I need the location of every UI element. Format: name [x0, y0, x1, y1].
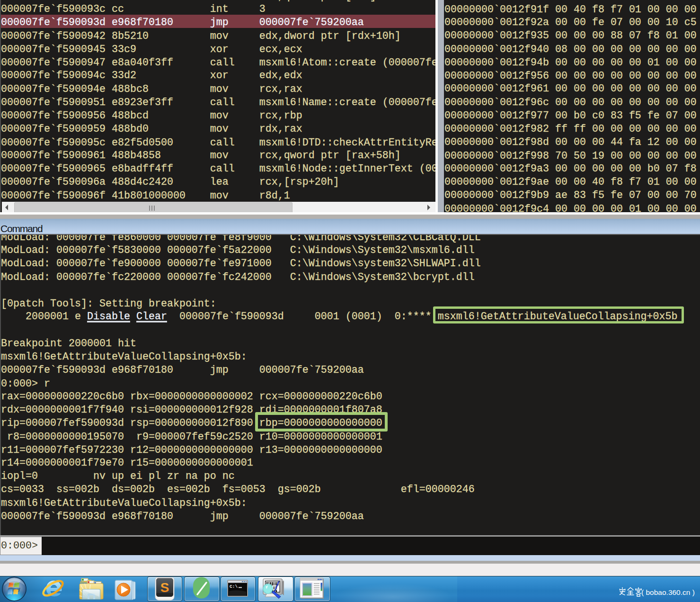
svg-text:C:\: C:\	[230, 584, 238, 589]
svg-text:S: S	[160, 580, 169, 595]
svg-text:( bobao.360.cn ): ( bobao.360.cn )	[641, 588, 695, 596]
